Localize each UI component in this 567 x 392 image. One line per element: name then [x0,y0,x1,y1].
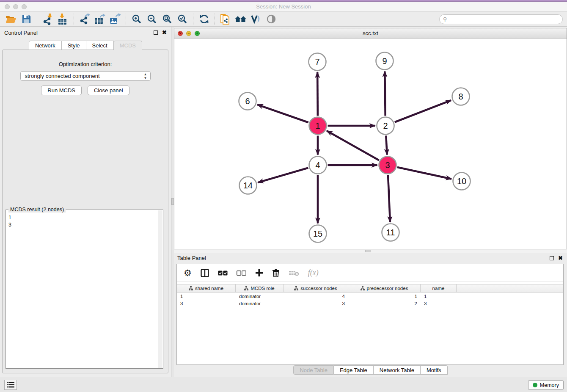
table-cell: 1 [177,293,236,300]
node-table-container: ⚙ f(x) shared nameMCDS rolesuccessor nod [176,264,564,365]
edge-3-10[interactable] [397,167,451,179]
table-row[interactable]: 1dominator411 [177,293,563,300]
open-folder-icon[interactable] [3,13,19,25]
edge-2-3[interactable] [386,135,387,155]
run-mcds-button[interactable]: Run MCDS [41,86,82,95]
close-panel-button[interactable]: Close panel [88,86,129,95]
show-hide-icon[interactable] [264,13,279,25]
graph-node-label-6: 6 [245,97,250,106]
search-input[interactable] [439,14,563,24]
graph-node-label-10: 10 [457,177,466,186]
table-tabs: Node Table Edge Table Network Table Moti… [174,365,567,376]
zoom-out-icon[interactable] [144,13,160,25]
result-scrollbar[interactable] [158,210,162,368]
column-header-shared-name[interactable]: shared name [177,284,236,292]
deselect-all-icon[interactable] [237,271,246,276]
zoom-fit-icon[interactable] [160,13,175,25]
search-icon: ⚲ [443,16,447,22]
import-table-icon[interactable] [55,13,71,25]
function-builder-icon[interactable]: f(x) [308,268,319,277]
graph-node-label-1: 1 [315,121,320,130]
table-cell: 4 [284,293,348,300]
network-view-window: ✕ – + scc.txt 7968124314101511 [174,28,567,249]
network-graph[interactable]: 7968124314101511 [174,39,567,249]
memory-label: Memory [540,382,559,388]
toolbar-separator [74,14,74,25]
edge-1-7[interactable] [317,72,318,116]
tab-select[interactable]: Select [86,41,114,50]
graph-node-label-8: 8 [458,92,463,101]
close-panel-icon[interactable]: ✖ [558,256,563,260]
close-panel-icon[interactable]: ✖ [162,30,167,35]
mcds-result-list[interactable]: 1 3 [8,214,158,367]
optimization-criterion-select[interactable]: strongly connected component ▲▼ [20,71,151,81]
control-panel-title: Control Panel [4,30,38,36]
network-canvas[interactable]: 7968124314101511 [174,39,567,249]
chevron-up-down-icon: ▲▼ [144,72,147,80]
tab-style[interactable]: Style [62,41,86,50]
add-column-icon[interactable] [255,269,263,277]
float-panel-icon[interactable] [154,30,158,35]
network-window-titlebar[interactable]: ✕ – + scc.txt [174,28,567,39]
app-titlebar: Session: New Session [0,2,567,12]
graph-node-label-3: 3 [385,160,390,170]
graph-node-label-2: 2 [383,121,388,130]
tab-motifs[interactable]: Motifs [421,365,448,375]
main-toolbar: ⚲ [0,12,567,27]
delete-column-icon[interactable] [272,269,280,277]
column-view-icon[interactable] [201,269,209,277]
import-network-icon[interactable] [40,13,55,25]
graph-node-label-4: 4 [315,160,320,170]
refresh-icon[interactable] [196,13,212,25]
hierarchy-icon [361,286,365,290]
save-session-icon[interactable] [19,13,34,25]
zoom-in-icon[interactable] [129,13,144,25]
optimization-criterion-label: Optimization criterion: [3,61,168,67]
table-row[interactable]: 3dominator323 [177,300,563,307]
export-table-icon[interactable] [92,13,107,25]
export-network-icon[interactable] [77,13,92,25]
vertical-splitter[interactable] [171,27,174,377]
float-panel-icon[interactable] [550,256,554,260]
column-header-successor-nodes[interactable]: successor nodes [284,284,348,292]
edge-3-11[interactable] [388,175,390,222]
mcds-result-title: MCDS result (2 nodes) [8,207,66,213]
table-body: 1dominator4113dominator323 [177,293,563,307]
export-image-icon[interactable] [107,13,123,25]
edge-2-9[interactable] [385,71,385,116]
column-header-predecessor-nodes[interactable]: predecessor nodes [348,284,421,292]
splitter-grip[interactable] [365,250,371,252]
task-history-button[interactable] [4,380,17,390]
edge-4-14[interactable] [258,168,308,183]
tab-network[interactable]: Network [29,41,62,50]
column-header-label: MCDS role [250,286,274,291]
table-cell: 1 [348,293,421,300]
column-header-name[interactable]: name [421,284,457,292]
new-network-file-icon[interactable] [218,13,233,25]
select-all-icon[interactable] [218,271,228,276]
table-cell: 3 [284,300,348,307]
tab-network-table[interactable]: Network Table [374,365,421,375]
column-header-MCDS-role[interactable]: MCDS role [236,284,284,292]
tab-edge-table[interactable]: Edge Table [334,365,374,375]
edge-2-8[interactable] [395,100,451,122]
memory-button[interactable]: Memory [528,380,564,390]
style-visibility-icon[interactable] [248,13,264,25]
edge-3-1[interactable] [327,131,379,160]
zoom-selected-icon[interactable] [175,13,190,25]
table-cell: dominator [236,300,284,307]
delete-table-icon[interactable] [289,270,299,276]
horizontal-splitter[interactable] [174,249,567,253]
memory-status-icon [533,383,537,387]
tab-mcds[interactable]: MCDS [114,41,142,50]
table-toolbar: ⚙ f(x) [177,264,563,282]
column-header-label: name [432,286,445,291]
toolbar-separator [37,14,37,25]
tab-node-table[interactable]: Node Table [293,365,334,375]
dropdown-value: strongly connected component [25,73,100,79]
column-header-label: predecessor nodes [367,286,408,291]
edge-1-6[interactable] [257,105,308,122]
hierarchy-icon [294,286,298,290]
settings-gear-icon[interactable]: ⚙ [184,268,192,278]
home-layout-icon[interactable] [233,13,248,25]
